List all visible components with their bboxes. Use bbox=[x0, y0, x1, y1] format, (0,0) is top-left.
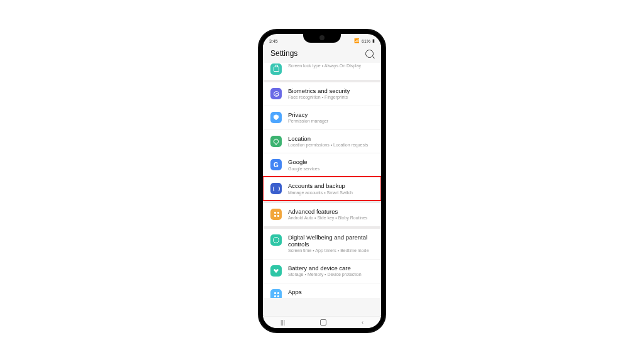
item-title: Location bbox=[288, 135, 374, 142]
nav-back[interactable]: ‹ bbox=[362, 319, 364, 326]
phone-frame: 3:45 📶 61% ▮ Settings Screen lock type •… bbox=[259, 30, 385, 332]
settings-item-lock-screen[interactable]: Screen lock type • Always On Display bbox=[263, 63, 381, 80]
settings-item-accounts-backup[interactable]: Accounts and backupManage accounts • Sma… bbox=[263, 177, 381, 200]
item-subtitle: Google services bbox=[288, 167, 374, 172]
google-icon: G bbox=[270, 159, 282, 170]
lock-icon bbox=[270, 63, 282, 75]
settings-item-privacy[interactable]: PrivacyPermission manager bbox=[263, 106, 381, 129]
fingerprint-icon bbox=[270, 88, 282, 99]
settings-item-apps[interactable]: Apps bbox=[263, 283, 381, 298]
grid-icon bbox=[270, 209, 282, 220]
search-icon[interactable] bbox=[365, 50, 374, 58]
item-subtitle: Location permissions • Location requests bbox=[288, 143, 374, 148]
nav-home[interactable] bbox=[320, 319, 326, 326]
screen: 3:45 📶 61% ▮ Settings Screen lock type •… bbox=[263, 34, 381, 328]
notch bbox=[303, 34, 341, 43]
item-subtitle: Face recognition • Fingerprints bbox=[288, 95, 374, 100]
battery-label: 61% bbox=[362, 39, 370, 43]
page-title: Settings bbox=[270, 49, 297, 58]
settings-item-digital-wellbeing[interactable]: Digital Wellbeing and parental controlsS… bbox=[263, 229, 381, 259]
item-title: Apps bbox=[288, 288, 374, 295]
status-time: 3:45 bbox=[269, 39, 278, 43]
item-subtitle: Android Auto • Side key • Bixby Routines bbox=[288, 216, 374, 221]
settings-item-location[interactable]: LocationLocation permissions • Location … bbox=[263, 129, 381, 153]
item-title: Battery and device care bbox=[288, 265, 374, 272]
nav-bar: ||| ‹ bbox=[263, 316, 381, 328]
nav-recent[interactable]: ||| bbox=[280, 319, 285, 326]
heart-icon bbox=[270, 265, 282, 277]
item-title: Biometrics and security bbox=[288, 87, 374, 94]
settings-list[interactable]: Screen lock type • Always On DisplayBiom… bbox=[263, 63, 381, 298]
item-title: Accounts and backup bbox=[288, 182, 374, 189]
app-header: Settings bbox=[263, 45, 381, 63]
apps-icon bbox=[270, 289, 282, 298]
battery-icon: ▮ bbox=[372, 38, 375, 43]
circle-icon bbox=[270, 234, 282, 246]
shield-icon bbox=[270, 112, 282, 123]
sync-icon bbox=[270, 183, 282, 194]
item-title: Google bbox=[288, 158, 374, 165]
item-title: Advanced features bbox=[288, 208, 374, 215]
signal-icon: 📶 bbox=[354, 38, 360, 43]
settings-item-biometrics-security[interactable]: Biometrics and securityFace recognition … bbox=[263, 82, 381, 106]
item-subtitle: Storage • Memory • Device protection bbox=[288, 272, 374, 277]
item-subtitle: Screen time • App timers • Bedtime mode bbox=[288, 248, 374, 253]
pin-icon bbox=[270, 136, 282, 147]
item-subtitle: Screen lock type • Always On Display bbox=[288, 63, 374, 69]
settings-item-advanced-features[interactable]: Advanced featuresAndroid Auto • Side key… bbox=[263, 203, 381, 226]
settings-item-battery-device-care[interactable]: Battery and device careStorage • Memory … bbox=[263, 259, 381, 283]
item-subtitle: Manage accounts • Smart Switch bbox=[288, 190, 374, 195]
item-title: Privacy bbox=[288, 111, 374, 118]
item-subtitle: Permission manager bbox=[288, 119, 374, 124]
item-title: Digital Wellbeing and parental controls bbox=[288, 234, 374, 248]
settings-item-google[interactable]: GGoogleGoogle services bbox=[263, 153, 381, 177]
